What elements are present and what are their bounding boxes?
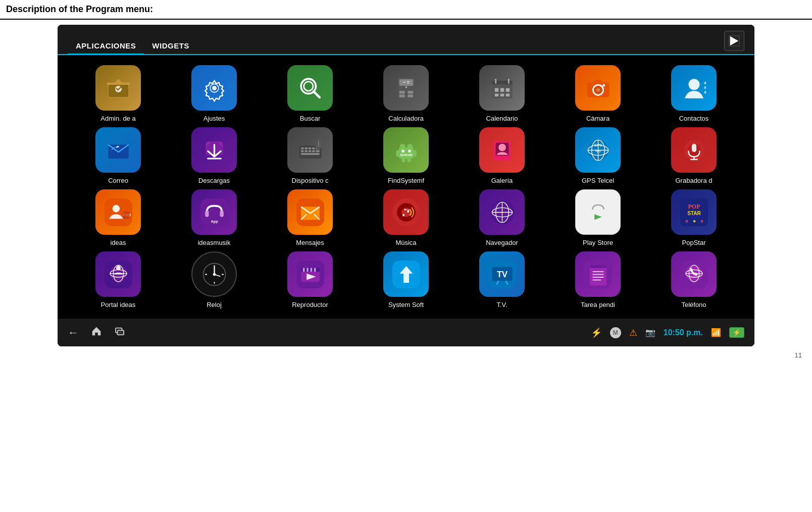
nav-back-icon[interactable]: ←	[68, 326, 79, 339]
app-icon-portal	[95, 251, 141, 297]
app-label-findsystem: FindSystemf	[388, 177, 424, 184]
app-item-camara[interactable]: Cámara	[552, 65, 643, 122]
top-playstore-button[interactable]	[724, 31, 744, 51]
usb-icon: ⚡	[591, 327, 602, 338]
app-item-gps[interactable]: GPS App GPS Telcel	[552, 127, 643, 184]
svg-rect-151	[118, 330, 124, 335]
app-item-playstore[interactable]: Play Store	[552, 189, 643, 246]
app-item-dispositivo[interactable]: Dispositivo c	[265, 127, 356, 184]
app-item-calendario[interactable]: Calendario	[456, 65, 547, 122]
app-item-telefono[interactable]: Teléfono	[648, 251, 739, 309]
svg-rect-140	[590, 265, 606, 268]
clock-svg	[200, 261, 228, 288]
app-icon-calculadora: − = +	[383, 65, 429, 111]
battery-icon: ⚡	[729, 327, 744, 338]
app-item-portal[interactable]: Portal ideas	[73, 251, 164, 309]
status-bar: ⚡ M ⚠ 📷 10:50 p.m. 📶 ⚡	[591, 327, 744, 338]
nav-recent-icon[interactable]	[114, 327, 125, 338]
mus-svg	[392, 198, 420, 226]
svg-rect-23	[494, 88, 498, 91]
app-item-buscar[interactable]: Buscar	[265, 65, 356, 122]
app-item-navegador[interactable]: Navegador	[456, 189, 547, 246]
tab-aplicaciones[interactable]: APLICACIONES	[68, 36, 144, 55]
app-item-popstar[interactable]: POP STAR ★ ★ ★ PopStar	[648, 189, 739, 246]
cal-svg	[488, 74, 516, 102]
app-label-dispositivo: Dispositivo c	[292, 177, 329, 184]
app-item-calculadora[interactable]: − = + Calculadora	[361, 65, 451, 122]
app-item-galeria[interactable]: Galería	[456, 127, 547, 184]
svg-text:GPS: GPS	[594, 143, 602, 147]
buscar-svg	[296, 74, 324, 102]
app-item-grabadora[interactable]: Grabadora d	[648, 127, 739, 184]
nav-home-icon[interactable]	[91, 326, 102, 339]
app-label-grabadora: Grabadora d	[676, 177, 713, 184]
svg-line-9	[313, 91, 319, 97]
svg-rect-126	[302, 268, 304, 271]
app-item-reloj[interactable]: Reloj	[169, 251, 260, 309]
tel-svg	[680, 261, 708, 288]
app-label-reloj: Reloj	[207, 301, 222, 309]
cam-svg	[584, 74, 612, 102]
svg-point-122	[213, 273, 216, 276]
app-icon-camara	[575, 65, 621, 111]
svg-rect-139	[590, 265, 606, 285]
app-icon-popstar: POP STAR ★ ★ ★	[671, 189, 717, 235]
pop-svg: POP STAR ★ ★ ★	[680, 198, 708, 226]
app-item-admin[interactable]: Admin. de a	[73, 65, 164, 122]
ajustes-svg	[200, 74, 228, 102]
app-item-reproductor[interactable]: Reproductor	[265, 251, 356, 309]
warning-icon: ⚠	[629, 327, 637, 338]
signal-icon: 📶	[711, 328, 721, 337]
app-icon-playstore	[575, 189, 621, 235]
svg-rect-52	[316, 150, 319, 152]
svg-rect-78	[691, 143, 696, 152]
app-item-ajustes[interactable]: Ajustes	[169, 65, 260, 122]
app-item-contactos[interactable]: Contactos	[648, 65, 739, 122]
app-label-galeria: Galería	[491, 177, 513, 184]
svg-point-68	[498, 143, 506, 151]
app-icon-tv: TV	[479, 251, 525, 297]
svg-rect-84	[123, 211, 129, 219]
svg-rect-44	[304, 147, 308, 149]
app-label-mensajes: Mensajes	[296, 239, 324, 246]
svg-text:App: App	[595, 149, 601, 153]
svg-point-58	[407, 143, 413, 149]
app-icon-reloj	[191, 251, 237, 297]
app-item-mensajes[interactable]: Mensajes	[265, 189, 356, 246]
repr-svg	[296, 261, 324, 288]
grab-svg	[680, 136, 708, 164]
svg-rect-36	[704, 86, 706, 89]
svg-text:★: ★	[692, 218, 696, 223]
app-label-popstar: PopStar	[682, 239, 706, 246]
svg-text:+: +	[404, 85, 407, 90]
tab-widgets[interactable]: WIDGETS	[144, 36, 197, 55]
correo-svg	[105, 136, 132, 164]
play-icon	[729, 35, 740, 46]
app-item-descargas[interactable]: Descargas	[169, 127, 260, 184]
svg-rect-25	[505, 88, 509, 91]
svg-point-34	[688, 79, 699, 90]
app-item-ideas[interactable]: App ideas	[73, 189, 164, 246]
app-icon-descargas	[191, 127, 237, 173]
admin-svg	[105, 74, 132, 102]
svg-rect-28	[505, 93, 509, 96]
app-icon-gps: GPS App	[575, 127, 621, 173]
svg-rect-20	[492, 84, 512, 86]
svg-rect-59	[396, 150, 399, 157]
gps-svg: GPS App	[584, 136, 612, 164]
svg-text:★: ★	[685, 218, 689, 223]
app-item-tarea[interactable]: Tarea pendi	[552, 251, 643, 309]
app-grid: Admin. de a Ajustes Busca	[58, 55, 754, 319]
app-item-musica[interactable]: Música	[361, 189, 451, 246]
app-item-tv[interactable]: TV T.V.	[456, 251, 547, 309]
svg-rect-87	[220, 210, 223, 217]
app-item-system[interactable]: System Soft	[361, 251, 451, 309]
gal-svg	[488, 136, 516, 164]
tarea-svg	[584, 261, 612, 288]
app-label-navegador: Navegador	[486, 239, 518, 246]
app-item-findsystem[interactable]: Android FindSystemf	[361, 127, 451, 184]
app-item-ideasmusik[interactable]: App ideasmusik	[169, 189, 260, 246]
svg-rect-48	[301, 150, 304, 152]
app-item-correo[interactable]: Correo	[73, 127, 164, 184]
svg-text:STAR: STAR	[687, 211, 701, 216]
